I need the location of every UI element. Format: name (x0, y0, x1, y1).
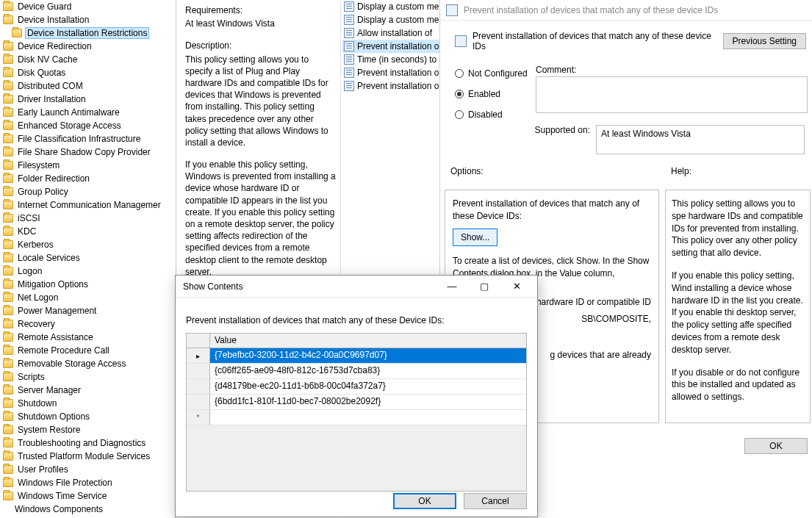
policy-row[interactable]: Display a custom me (342, 0, 445, 13)
tree-item[interactable]: Power Management (0, 304, 176, 317)
tree-item[interactable]: Logon (0, 265, 176, 278)
grid-row[interactable]: {6bdd1fc1-810f-11d0-bec7-08002be2092f} (187, 395, 526, 410)
tree-item[interactable]: User Profiles (0, 463, 176, 476)
policy-list[interactable]: Display a custom me Display a custom me … (342, 0, 445, 103)
maximize-icon[interactable]: ▢ (468, 276, 500, 297)
minimize-icon[interactable]: — (436, 276, 468, 297)
tree-item[interactable]: Kerberos (0, 238, 176, 251)
policy-row[interactable]: Allow installation of (342, 26, 445, 40)
tree-label: File Share Shadow Copy Provider (16, 147, 152, 157)
modal-ok-button[interactable]: OK (393, 493, 456, 509)
tree-item[interactable]: Group Policy (0, 185, 176, 198)
modal-titlebar[interactable]: Show Contents — ▢ ✕ (176, 276, 537, 298)
tree-item[interactable]: Scripts (0, 370, 176, 384)
grid-fill (187, 425, 526, 491)
tree-item[interactable]: Driver Installation (0, 93, 176, 106)
help-text: If you disable or do not configure this … (672, 367, 804, 403)
tree-item[interactable]: Distributed COM (0, 79, 176, 93)
modal-cancel-button[interactable]: Cancel (464, 493, 527, 509)
folder-icon (3, 42, 13, 51)
dialog-titlebar[interactable]: Prevent installation of devices that mat… (440, 0, 812, 21)
grid-cell[interactable] (210, 410, 526, 425)
help-box[interactable]: This policy setting allows you to spe ha… (665, 190, 811, 423)
folder-icon (3, 174, 13, 183)
tree-item[interactable]: Removable Storage Access (0, 357, 176, 370)
policy-icon (344, 41, 354, 51)
tree-item[interactable]: Folder Redirection (0, 172, 176, 185)
policy-row-selected[interactable]: Prevent installation o (342, 40, 445, 53)
tree-item[interactable]: Shutdown Options (0, 410, 176, 423)
tree-item-selected[interactable]: Device Installation Restrictions (0, 26, 176, 40)
dialog-buttons: OK (744, 438, 808, 454)
value-header[interactable]: Value (210, 334, 526, 348)
folder-icon (3, 320, 13, 328)
tree-label: Kerberos (16, 240, 55, 250)
tree-item[interactable]: Windows File Protection (0, 476, 176, 489)
policy-icon (344, 68, 354, 78)
folder-icon (3, 15, 13, 24)
tree-label: Server Manager (16, 385, 82, 395)
tree-item[interactable]: File Classification Infrastructure (0, 132, 176, 145)
grid-cell[interactable]: {d48179be-ec20-11d1-b6b8-00c04fa372a7} (210, 379, 526, 395)
tree-item[interactable]: Filesystem (0, 159, 176, 172)
comment-label: Comment: (536, 65, 808, 75)
radio-icon[interactable] (455, 110, 464, 119)
radio-label: Disabled (468, 109, 503, 120)
tree-item[interactable]: Enhanced Storage Access (0, 119, 176, 132)
tree-label: Remote Procedure Call (16, 345, 111, 356)
policy-row[interactable]: Prevent installation o (342, 79, 445, 93)
grid-cell[interactable]: {7ebefbc0-3200-11d2-b4c2-00a0C9697d07} (210, 348, 526, 364)
policy-row[interactable]: Prevent installation o (342, 66, 445, 79)
tree-item[interactable]: Windows Components (0, 503, 176, 516)
ok-button[interactable]: OK (744, 438, 808, 454)
grid-row-selected[interactable]: ▸ {7ebefbc0-3200-11d2-b4c2-00a0C9697d07} (187, 348, 526, 364)
tree-item[interactable]: System Restore (0, 423, 176, 436)
folder-icon (3, 492, 13, 500)
tree-item[interactable]: Early Launch Antimalware (0, 106, 176, 119)
tree-item[interactable]: KDC (0, 225, 176, 238)
folder-icon (3, 134, 13, 143)
grid-cell[interactable]: {6bdd1fc1-810f-11d0-bec7-08002be2092f} (210, 395, 526, 410)
tree-item[interactable]: Recovery (0, 317, 176, 331)
grid-row-new[interactable]: * (187, 410, 526, 425)
folder-icon (3, 55, 13, 64)
tree-item[interactable]: Remote Procedure Call (0, 344, 176, 357)
show-button[interactable]: Show... (453, 229, 497, 247)
requirements-value: At least Windows Vista (185, 18, 337, 29)
nav-tree[interactable]: Device Guard Device Installation Device … (0, 0, 176, 518)
tree-item[interactable]: File Share Shadow Copy Provider (0, 145, 176, 159)
grid-row[interactable]: {c06ff265-ae09-48f0-812c-16753d7cba83} (187, 364, 526, 379)
tree-label: Driver Installation (16, 94, 87, 104)
grid-cell[interactable]: {c06ff265-ae09-48f0-812c-16753d7cba83} (210, 364, 526, 379)
tree-item[interactable]: Mitigation Options (0, 278, 176, 291)
supported-value: At least Windows Vista (596, 125, 805, 154)
policy-row[interactable]: Display a custom me (342, 13, 445, 26)
tree-item[interactable]: iSCSI (0, 212, 176, 225)
comment-textarea[interactable] (536, 76, 808, 113)
tree-item[interactable]: Server Manager (0, 384, 176, 397)
tree-item[interactable]: Trusted Platform Module Services (0, 450, 176, 463)
tree-item[interactable]: Device Redirection (0, 40, 176, 53)
tree-item[interactable]: Troubleshooting and Diagnostics (0, 436, 176, 450)
close-icon[interactable]: ✕ (500, 276, 533, 297)
grid-row[interactable]: {d48179be-ec20-11d1-b6b8-00c04fa372a7} (187, 379, 526, 395)
radio-icon[interactable] (455, 90, 464, 98)
tree-item[interactable]: Remote Assistance (0, 331, 176, 344)
value-grid[interactable]: Value ▸ {7ebefbc0-3200-11d2-b4c2-00a0C96… (186, 333, 527, 492)
tree-item[interactable]: Locale Services (0, 251, 176, 265)
tree-item[interactable]: Disk NV Cache (0, 53, 176, 66)
tree-item[interactable]: Device Installation (0, 13, 176, 26)
tree-item[interactable]: Shutdown (0, 397, 176, 410)
tree-item[interactable]: Internet Communication Managemer (0, 198, 176, 212)
policy-row[interactable]: Time (in seconds) to (342, 53, 445, 66)
tree-item[interactable]: Disk Quotas (0, 66, 176, 79)
previous-setting-button[interactable]: Previous Setting (723, 33, 806, 49)
tree-label: KDC (16, 226, 37, 237)
tree-item[interactable]: Net Logon (0, 291, 176, 304)
tree-label: Disk NV Cache (16, 54, 79, 65)
tree-item[interactable]: Device Guard (0, 0, 176, 13)
radio-icon[interactable] (455, 69, 464, 78)
tree-item[interactable]: Windows Time Service (0, 489, 176, 503)
folder-icon (3, 2, 13, 11)
folder-icon (3, 95, 13, 104)
